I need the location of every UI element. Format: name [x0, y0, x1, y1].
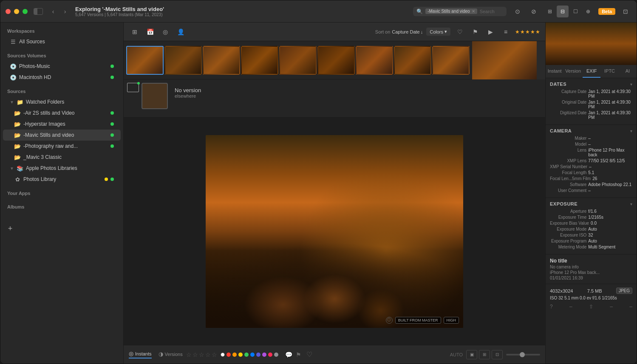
camera-section-header[interactable]: CAMERA ▾ [550, 128, 632, 133]
add-source-button[interactable]: + [6, 224, 15, 233]
rating-star-2[interactable]: ☆ [193, 351, 198, 358]
grid-view-button[interactable]: ⊞ [544, 6, 556, 17]
sidebar-right-toggle-button[interactable]: ⊡ [620, 6, 631, 17]
colors-button[interactable]: Colors ▾ [426, 28, 450, 36]
view-mode-3[interactable]: ⊡ [492, 350, 503, 359]
sidebar-item-photos-library[interactable]: ✿ Photos Library [3, 174, 121, 185]
color-label-gray[interactable] [274, 353, 278, 357]
sidebar-item-mavic-stills[interactable]: 📂 -Mavic Stills and video [3, 130, 121, 141]
list-view-button[interactable]: ≡ [500, 26, 512, 38]
star-1[interactable]: ★ [515, 29, 520, 35]
thumbnail-1[interactable] [126, 46, 164, 75]
filter-button[interactable]: ⊘ [528, 6, 540, 17]
sidebar-item-air2s[interactable]: 📂 -Air 2S stills and Video [3, 107, 121, 119]
search-tag[interactable]: -Mavic Stills and video ✕ [425, 8, 477, 14]
sidebar-item-hyperstar[interactable]: 📂 -Hyperstar Images [3, 119, 121, 130]
flag-icon[interactable]: ⚑ [296, 351, 301, 358]
zoom-slider[interactable] [506, 354, 540, 356]
panel-action-row: ? – ⇧ – – [550, 304, 632, 310]
search-input[interactable]: Search [480, 9, 495, 14]
rating-star-4[interactable]: ☆ [205, 351, 211, 358]
favorites-filter-button[interactable]: ♡ [454, 26, 466, 38]
sidebar-toggle-button[interactable] [34, 8, 43, 15]
rating-star-3[interactable]: ☆ [199, 351, 204, 358]
panel-share-icon[interactable]: ⇧ [589, 304, 593, 310]
star-4[interactable]: ★ [530, 29, 535, 35]
thumbnail-8[interactable] [394, 46, 431, 75]
tab-ai[interactable]: AI [619, 65, 637, 78]
color-label-purple[interactable] [262, 353, 266, 357]
sort-value-button[interactable]: Capture Date ↓ [392, 29, 423, 34]
close-button[interactable] [6, 9, 11, 14]
thumbnail-9[interactable] [432, 46, 470, 75]
zoom-thumb[interactable] [520, 352, 525, 357]
thumbnail-6[interactable] [317, 46, 355, 75]
view-mode-2[interactable]: ⊞ [479, 350, 490, 359]
color-label-pink[interactable] [268, 353, 272, 357]
minimize-button[interactable] [14, 9, 19, 14]
sidebar-item-photography-raw[interactable]: 📂 -Photography raw and... [3, 141, 121, 152]
sidebar-item-mavic3[interactable]: 📂 _Mavic 3 Classic [3, 152, 121, 163]
tab-exif[interactable]: EXIF [583, 65, 600, 78]
dates-section-header[interactable]: DATES ▾ [550, 82, 632, 87]
flag-button[interactable]: ⚑ [469, 26, 481, 38]
thumbnail-5[interactable] [279, 46, 317, 75]
thumbnail-7[interactable] [356, 46, 393, 75]
maximize-button[interactable] [23, 9, 28, 14]
color-label-yellow[interactable] [238, 353, 243, 357]
view-mode-1[interactable]: ▣ [466, 350, 477, 359]
map-view-button[interactable]: ⊕ [582, 6, 594, 17]
sidebar-item-photos-music[interactable]: 💿 Photos-Music [3, 61, 121, 72]
sidebar-item-all-sources[interactable]: ☰ All Sources [3, 36, 121, 47]
rating-star-5[interactable]: ☆ [212, 351, 217, 358]
comment-icon[interactable]: 💬 [285, 351, 292, 358]
color-label-indigo[interactable] [256, 353, 260, 357]
back-button[interactable]: ‹ [48, 6, 58, 17]
circle-button[interactable]: ⊙ [512, 6, 524, 17]
sidebar: Workspaces ☰ All Sources Sources Volumes… [0, 23, 124, 364]
calendar-button[interactable]: 📅 [144, 26, 156, 38]
info-icon[interactable]: ⓘ [386, 317, 393, 324]
star-5[interactable]: ★ [535, 29, 540, 35]
single-view-button[interactable]: ☐ [569, 6, 581, 17]
thumbnail-2[interactable] [164, 46, 202, 75]
help-icon[interactable]: ? [550, 304, 553, 310]
color-label-green[interactable] [244, 353, 249, 357]
tab-iptc[interactable]: IPTC [600, 65, 618, 78]
star-2[interactable]: ★ [520, 29, 525, 35]
color-label-red[interactable] [226, 353, 231, 357]
sidebar-item-watched-folders[interactable]: ▼ 📁 Watched Folders [3, 96, 121, 107]
bottom-action-icons: 💬 ⚑ [285, 351, 301, 358]
grid-layout-button[interactable]: ⊞ [129, 26, 141, 38]
exposure-section-header[interactable]: EXPOSURE ▾ [550, 201, 632, 206]
color-label-blue[interactable] [250, 353, 255, 357]
person-button[interactable]: 👤 [175, 26, 187, 38]
tab-versions[interactable]: ◑ Versions [159, 350, 183, 358]
thumbnail-3[interactable] [203, 46, 240, 75]
dimensions-row: 4032x3024 7.5 MB JPEG [550, 288, 632, 294]
search-tag-close-icon[interactable]: ✕ [472, 9, 475, 14]
star-rating-filter[interactable]: ★ ★ ★ ★ ★ [515, 29, 540, 35]
rating-star-1[interactable]: ☆ [186, 351, 192, 358]
favorite-heart-button[interactable]: ♡ [306, 350, 312, 358]
badge-button[interactable]: ◎ [159, 26, 171, 38]
forward-button[interactable]: › [60, 6, 70, 17]
tab-instant[interactable]: Instant [546, 65, 563, 78]
tab-instants[interactable]: ◎ Instants [129, 350, 152, 358]
flag-2-button[interactable]: ▶ [484, 26, 496, 38]
star-3[interactable]: ★ [525, 29, 530, 35]
main-window: ‹ › Exploring '-Mavic Stills and video' … [0, 0, 637, 364]
sidebar-item-macintosh-hd[interactable]: 💿 Macintosh HD [3, 72, 121, 83]
color-label-white[interactable] [221, 353, 225, 357]
version-thumbnail[interactable] [142, 83, 168, 109]
color-label-orange[interactable] [232, 353, 237, 357]
search-bar[interactable]: 🔍 -Mavic Stills and video ✕ Search [413, 7, 507, 16]
compare-view-button[interactable]: ⊟ [557, 6, 569, 17]
your-apps-label: Your Apps [0, 185, 123, 198]
tab-version[interactable]: Version [563, 65, 583, 78]
thumbnail-4[interactable] [241, 46, 278, 75]
image-rating[interactable]: ☆ ☆ ☆ ☆ ☆ [186, 351, 217, 358]
auto-label: AUTO [450, 352, 463, 357]
sidebar-item-apple-photos[interactable]: ▼ 📚 Apple Photos Libraries [3, 163, 121, 174]
image-canvas[interactable]: ⓘ BUILT FROM MASTER HIGH [124, 118, 545, 345]
